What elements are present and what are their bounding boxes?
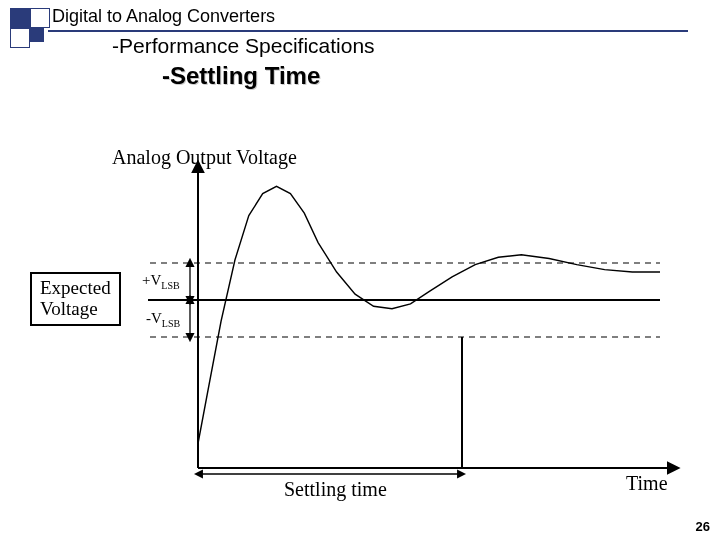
settling-time-chart <box>0 0 720 540</box>
x-axis-label: Time <box>626 472 668 495</box>
settling-time-label: Settling time <box>284 478 387 501</box>
expected-voltage-line1: Expected <box>40 278 111 299</box>
page-number: 26 <box>696 519 710 534</box>
minus-vlsb-label: -VLSB <box>146 310 180 329</box>
expected-voltage-line2: Voltage <box>40 299 111 320</box>
expected-voltage-box: Expected Voltage <box>30 272 121 326</box>
plus-vlsb-label: +VLSB <box>142 272 180 291</box>
